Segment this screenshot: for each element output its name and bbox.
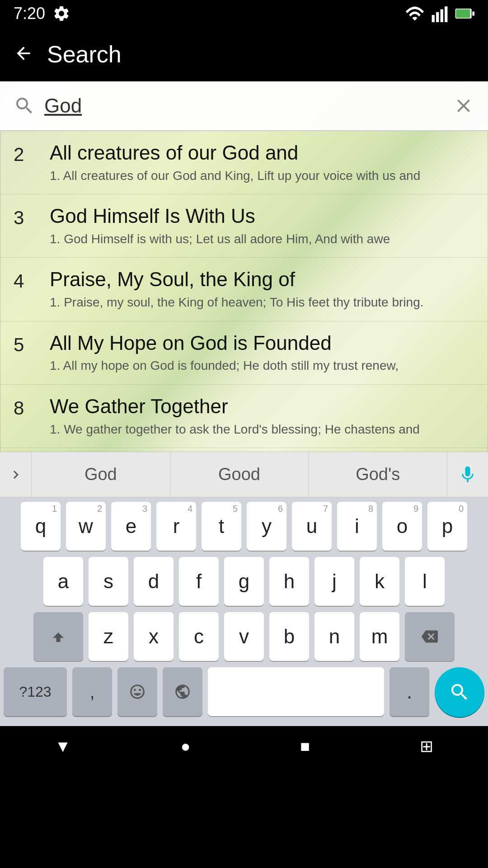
key-q[interactable]: 1q: [21, 502, 61, 551]
key-e[interactable]: 3e: [111, 502, 151, 551]
key-i[interactable]: 8i: [337, 502, 377, 551]
key-y[interactable]: 6y: [247, 502, 286, 551]
result-number: 2: [14, 141, 50, 165]
key-f[interactable]: f: [179, 557, 219, 606]
key-v[interactable]: v: [224, 612, 264, 661]
result-title: All My Hope on God is Founded: [50, 331, 474, 355]
result-text: God Himself Is With Us 1. God Himself is…: [50, 204, 474, 247]
result-item-5[interactable]: 9 Let All the World in Every 1. Let all …: [0, 448, 488, 452]
app-bar: Search: [0, 27, 488, 81]
result-title: Praise, My Soul, the King of: [50, 268, 474, 292]
search-icon: [14, 95, 35, 117]
key-k[interactable]: k: [360, 557, 399, 606]
key-r[interactable]: 4r: [156, 502, 196, 551]
battery-icon: [455, 6, 474, 21]
settings-icon: [52, 5, 70, 23]
key-t[interactable]: 5t: [202, 502, 241, 551]
svg-rect-3: [445, 6, 447, 22]
key-num-sym[interactable]: ?123: [4, 667, 67, 716]
key-x[interactable]: x: [134, 612, 174, 661]
key-shift[interactable]: [33, 612, 83, 661]
key-space[interactable]: [208, 667, 384, 716]
result-text: We Gather Together 1. We gather together…: [50, 395, 474, 438]
svg-rect-7: [472, 11, 474, 15]
svg-rect-2: [441, 9, 443, 23]
signal-icon: [431, 5, 448, 22]
key-h[interactable]: h: [269, 557, 309, 606]
status-bar: 7:20: [0, 0, 488, 27]
result-number: 4: [14, 268, 50, 292]
key-delete[interactable]: [405, 612, 455, 661]
autocomplete-bar: God Good God's: [0, 452, 488, 497]
result-text: All My Hope on God is Founded 1. All my …: [50, 331, 474, 374]
key-period[interactable]: .: [389, 667, 429, 716]
autocomplete-word-1[interactable]: Good: [170, 452, 309, 497]
autocomplete-words: God Good God's: [32, 452, 447, 497]
key-c[interactable]: c: [179, 612, 219, 661]
content-area: 2 All creatures of our God and 1. All cr…: [0, 81, 488, 452]
search-input[interactable]: [44, 94, 444, 117]
result-subtitle: 1. Praise, my soul, the King of heaven; …: [50, 294, 474, 311]
microphone-button[interactable]: [447, 452, 488, 497]
nav-keyboard[interactable]: ⊞: [420, 737, 433, 756]
result-number: 5: [14, 331, 50, 356]
keyboard-row-2: asdfghjkl: [4, 557, 484, 606]
result-title: All creatures of our God and: [50, 141, 474, 165]
key-z[interactable]: z: [89, 612, 128, 661]
result-text: All creatures of our God and 1. All crea…: [50, 141, 474, 184]
keyboard-row-1: 1q2w3e4r5t6y7u8i9o0p: [4, 502, 484, 551]
result-title: We Gather Together: [50, 395, 474, 419]
key-emoji[interactable]: [117, 667, 157, 716]
result-item-3[interactable]: 5 All My Hope on God is Founded 1. All m…: [0, 321, 488, 385]
key-m[interactable]: m: [360, 612, 399, 661]
keyboard-row-4: ?123,.: [4, 667, 484, 717]
key-u[interactable]: 7u: [292, 502, 332, 551]
key-g[interactable]: g: [224, 557, 264, 606]
results-list: 2 All creatures of our God and 1. All cr…: [0, 131, 488, 452]
nav-back[interactable]: ▼: [55, 737, 71, 756]
key-a[interactable]: a: [43, 557, 83, 606]
result-item-4[interactable]: 8 We Gather Together 1. We gather togeth…: [0, 385, 488, 448]
search-bar: [0, 81, 488, 131]
key-p[interactable]: 0p: [427, 502, 467, 551]
key-search[interactable]: [435, 667, 484, 717]
key-s[interactable]: s: [89, 557, 128, 606]
keyboard: 1q2w3e4r5t6y7u8i9o0p asdfghjkl zxcvbnm ?…: [0, 497, 488, 726]
result-text: Praise, My Soul, the King of 1. Praise, …: [50, 268, 474, 311]
autocomplete-expand[interactable]: [0, 452, 32, 497]
nav-recents[interactable]: ■: [300, 737, 310, 756]
result-title: God Himself Is With Us: [50, 204, 474, 228]
page-title: Search: [47, 41, 122, 68]
nav-home[interactable]: ●: [181, 737, 191, 756]
svg-rect-0: [432, 15, 435, 22]
result-item-0[interactable]: 2 All creatures of our God and 1. All cr…: [0, 131, 488, 194]
svg-rect-1: [436, 12, 439, 22]
autocomplete-word-0[interactable]: God: [32, 452, 170, 497]
status-time: 7:20: [14, 4, 45, 23]
autocomplete-word-2[interactable]: God's: [309, 452, 447, 497]
key-w[interactable]: 2w: [66, 502, 106, 551]
result-subtitle: 1. All my hope on God is founded; He dot…: [50, 358, 474, 374]
navigation-bar: ▼ ● ■ ⊞: [0, 726, 488, 767]
key-j[interactable]: j: [314, 557, 354, 606]
key-globe[interactable]: [163, 667, 202, 716]
key-comma[interactable]: ,: [72, 667, 112, 716]
key-l[interactable]: l: [405, 557, 445, 606]
key-d[interactable]: d: [134, 557, 174, 606]
result-number: 8: [14, 395, 50, 419]
result-subtitle: 1. All creatures of our God and King, Li…: [50, 168, 474, 184]
key-o[interactable]: 9o: [382, 502, 422, 551]
result-item-2[interactable]: 4 Praise, My Soul, the King of 1. Praise…: [0, 258, 488, 321]
result-number: 3: [14, 204, 50, 229]
clear-icon[interactable]: [453, 95, 474, 117]
keyboard-row-3: zxcvbnm: [4, 612, 484, 661]
result-subtitle: 1. God Himself is with us; Let us all ad…: [50, 231, 474, 247]
svg-rect-6: [456, 9, 470, 18]
result-subtitle: 1. We gather together to ask the Lord's …: [50, 421, 474, 438]
key-n[interactable]: n: [314, 612, 354, 661]
result-item-1[interactable]: 3 God Himself Is With Us 1. God Himself …: [0, 194, 488, 258]
wifi-icon: [405, 6, 425, 21]
back-button[interactable]: [14, 43, 33, 65]
key-b[interactable]: b: [269, 612, 309, 661]
